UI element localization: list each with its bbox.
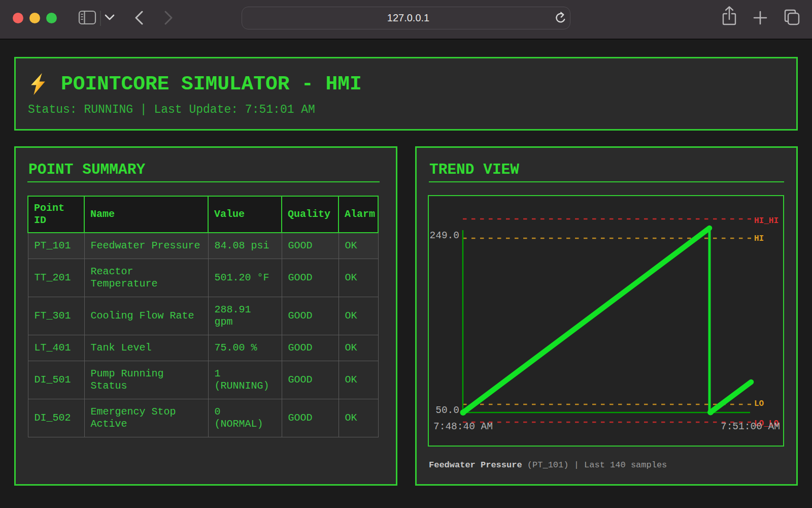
svg-text:LO: LO — [754, 399, 764, 408]
svg-text:249.0: 249.0 — [429, 230, 459, 241]
svg-text:HI: HI — [754, 234, 764, 243]
svg-text:7:48:40 AM: 7:48:40 AM — [433, 421, 493, 432]
svg-text:7:51:00 AM: 7:51:00 AM — [721, 421, 780, 432]
svg-text:HI_HI: HI_HI — [754, 216, 779, 226]
svg-text:50.0: 50.0 — [435, 405, 459, 416]
